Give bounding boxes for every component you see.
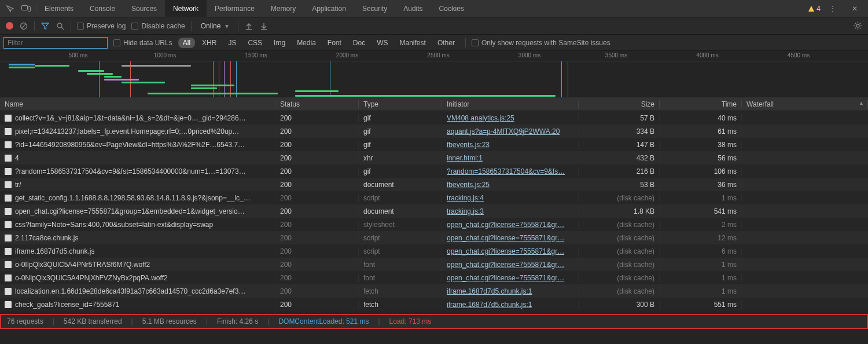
cell-initiator[interactable]: open_chat.cgi?license=7555871&gr… bbox=[442, 247, 579, 255]
cell-status: 200 bbox=[275, 247, 359, 255]
column-initiator[interactable]: Initiator bbox=[442, 100, 579, 108]
download-har-icon[interactable] bbox=[259, 21, 269, 31]
table-row[interactable]: ?id=1446549208980956&ev=PageView&dl=http… bbox=[0, 138, 868, 151]
svg-line-11 bbox=[855, 23, 856, 24]
tab-sources[interactable]: Sources bbox=[123, 0, 165, 17]
cell-initiator[interactable]: inner.html:1 bbox=[442, 154, 579, 162]
cell-initiator[interactable]: iframe.1687d7d5.chunk.js:1 bbox=[442, 287, 579, 295]
table-row[interactable]: tr/200documentfbevents.js:2553 B36 ms bbox=[0, 178, 868, 191]
table-row[interactable]: o-0IIpQlx3QUlC5A4PNr5TRASf6M7Q.woff2200f… bbox=[0, 258, 868, 271]
filter-type-other[interactable]: Other bbox=[433, 38, 459, 48]
cell-initiator[interactable]: open_chat.cgi?license=7555871&gr… bbox=[442, 221, 579, 229]
preserve-log-checkbox[interactable]: Preserve log bbox=[77, 22, 126, 30]
table-row[interactable]: ?random=1586537317504&cv=9&fst=158653440… bbox=[0, 164, 868, 178]
file-icon bbox=[5, 195, 12, 202]
column-type[interactable]: Type bbox=[359, 100, 442, 108]
tab-network[interactable]: Network bbox=[165, 0, 207, 17]
hide-data-urls-checkbox[interactable]: Hide data URLs bbox=[113, 39, 172, 47]
table-row[interactable]: 2.117ca8ce.chunk.js200scriptopen_chat.cg… bbox=[0, 231, 868, 244]
filter-type-img[interactable]: Img bbox=[269, 38, 290, 48]
cell-initiator[interactable]: tracking.js:3 bbox=[442, 207, 579, 215]
cell-status: 200 bbox=[275, 127, 359, 136]
table-row[interactable]: collect?v=1&_v=j81&aip=1&t=data&ni=1&_s=… bbox=[0, 111, 868, 125]
filter-input[interactable] bbox=[3, 37, 108, 49]
file-icon bbox=[5, 208, 12, 215]
kebab-menu-icon[interactable]: ⋮ bbox=[826, 2, 839, 15]
file-icon bbox=[5, 221, 12, 228]
cell-initiator[interactable]: tracking.js:4 bbox=[442, 194, 579, 202]
record-button[interactable] bbox=[6, 22, 13, 30]
table-row[interactable]: open_chat.cgi?license=7555871&group=1&em… bbox=[0, 204, 868, 218]
cell-time: 1 ms bbox=[660, 194, 742, 202]
tab-memory[interactable]: Memory bbox=[263, 0, 304, 17]
column-name[interactable]: Name bbox=[0, 100, 275, 108]
filter-type-doc[interactable]: Doc bbox=[348, 38, 370, 48]
column-size[interactable]: Size bbox=[579, 100, 660, 108]
gear-icon[interactable] bbox=[853, 21, 862, 31]
svg-line-12 bbox=[859, 28, 860, 29]
tab-performance[interactable]: Performance bbox=[207, 0, 263, 17]
filter-type-xhr[interactable]: XHR bbox=[197, 38, 221, 48]
request-table-body[interactable]: collect?v=1&_v=j81&aip=1&t=data&ni=1&_s=… bbox=[0, 111, 868, 314]
cell-initiator[interactable]: fbevents.js:23 bbox=[442, 141, 579, 149]
timeline-overview[interactable]: 500 ms1000 ms1500 ms2000 ms2500 ms3000 m… bbox=[0, 51, 868, 97]
file-icon bbox=[5, 128, 12, 135]
table-row[interactable]: get_static_config.1.1.1688.8.8.1298.58.9… bbox=[0, 191, 868, 204]
cell-name: check_goals?license_id=7555871 bbox=[0, 301, 275, 309]
cell-initiator[interactable]: open_chat.cgi?license=7555871&gr… bbox=[442, 234, 579, 242]
throttling-select[interactable]: Online▾ bbox=[197, 22, 233, 30]
column-time[interactable]: Time bbox=[660, 100, 742, 108]
tab-application[interactable]: Application bbox=[304, 0, 354, 17]
cell-size: 334 B bbox=[579, 127, 660, 136]
disable-cache-checkbox[interactable]: Disable cache bbox=[131, 22, 185, 30]
column-status[interactable]: Status bbox=[275, 100, 359, 108]
cell-initiator[interactable]: open_chat.cgi?license=7555871&gr… bbox=[442, 261, 579, 269]
cell-name: tr/ bbox=[0, 181, 275, 189]
device-toolbar-icon[interactable] bbox=[20, 2, 32, 15]
samesite-checkbox[interactable]: Only show requests with SameSite issues bbox=[472, 39, 610, 47]
filter-type-media[interactable]: Media bbox=[292, 38, 321, 48]
filter-icon[interactable] bbox=[41, 21, 50, 31]
filter-type-all[interactable]: All bbox=[178, 38, 195, 48]
cell-name: pixel;r=1342413237;labels=_fp.event.Home… bbox=[0, 127, 275, 136]
cell-initiator[interactable]: iframe.1687d7d5.chunk.js:1 bbox=[442, 301, 579, 309]
tab-cookies[interactable]: Cookies bbox=[431, 0, 472, 17]
cell-initiator[interactable]: aquant.js?a=p-4MfTXQ9jP2WWA:20 bbox=[442, 127, 579, 136]
cell-status: 200 bbox=[275, 274, 359, 282]
cell-initiator[interactable]: fbevents.js:25 bbox=[442, 181, 579, 189]
tab-audits[interactable]: Audits bbox=[395, 0, 431, 17]
search-icon[interactable] bbox=[56, 21, 65, 31]
table-row[interactable]: css?family=Noto+Sans:400,700&subset=lati… bbox=[0, 218, 868, 231]
filter-type-css[interactable]: CSS bbox=[243, 38, 267, 48]
close-icon[interactable]: ✕ bbox=[848, 2, 861, 15]
filter-type-js[interactable]: JS bbox=[223, 38, 241, 48]
cell-size: (disk cache) bbox=[579, 247, 660, 255]
tab-security[interactable]: Security bbox=[354, 0, 395, 17]
tab-console[interactable]: Console bbox=[82, 0, 123, 17]
filter-type-font[interactable]: Font bbox=[323, 38, 346, 48]
column-waterfall[interactable]: Waterfall▲ bbox=[742, 100, 868, 108]
cell-time: 12 ms bbox=[660, 234, 742, 242]
timeline-tick: 4500 ms bbox=[788, 52, 810, 58]
cell-initiator[interactable]: VM408 analytics.js:25 bbox=[442, 114, 579, 122]
inspect-element-icon[interactable] bbox=[3, 2, 16, 15]
table-row[interactable]: localization.en.1.66d19e28de6ca43f91a37c… bbox=[0, 284, 868, 298]
cell-time: 40 ms bbox=[660, 114, 742, 122]
table-row[interactable]: pixel;r=1342413237;labels=_fp.event.Home… bbox=[0, 125, 868, 138]
cell-status: 200 bbox=[275, 141, 359, 149]
file-icon bbox=[5, 168, 12, 175]
tab-elements[interactable]: Elements bbox=[36, 0, 82, 17]
table-row[interactable]: 4200xhrinner.html:1432 B56 ms bbox=[0, 151, 868, 164]
table-row[interactable]: o-0NIpQlx3QUlC5A4PNjXhFVZNyBx2pqPA.woff2… bbox=[0, 271, 868, 284]
upload-har-icon[interactable] bbox=[244, 21, 253, 31]
cell-initiator[interactable]: open_chat.cgi?license=7555871&gr… bbox=[442, 274, 579, 282]
cell-type: script bbox=[359, 194, 442, 202]
table-row[interactable]: check_goals?license_id=7555871200fetchif… bbox=[0, 298, 868, 311]
table-row[interactable]: iframe.1687d7d5.chunk.js200scriptopen_ch… bbox=[0, 244, 868, 258]
clear-icon[interactable] bbox=[19, 21, 28, 31]
cell-initiator[interactable]: ?random=1586537317504&cv=9&fs… bbox=[442, 167, 579, 175]
warnings-badge[interactable]: 4 bbox=[808, 5, 821, 13]
filter-type-ws[interactable]: WS bbox=[372, 38, 392, 48]
filter-type-manifest[interactable]: Manifest bbox=[395, 38, 431, 48]
cell-status: 200 bbox=[275, 114, 359, 122]
